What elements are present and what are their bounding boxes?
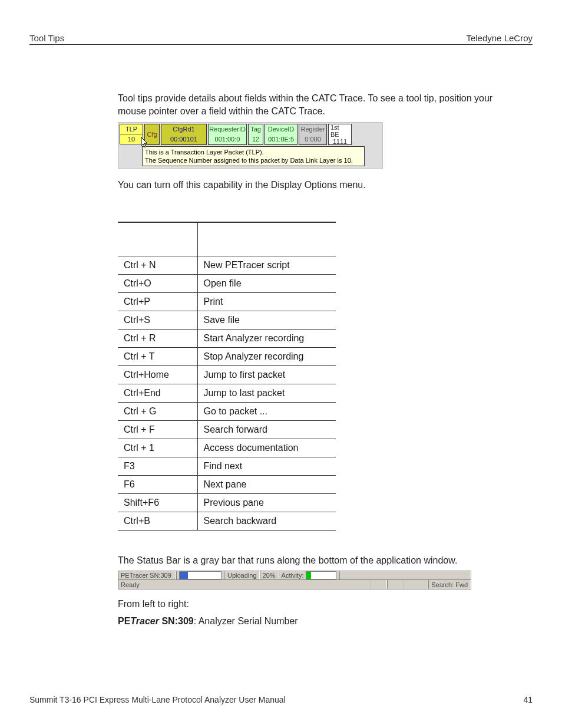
shortcut-desc: Jump to last packet bbox=[197, 384, 336, 402]
shortcut-key: F6 bbox=[118, 475, 197, 493]
shortcut-desc: Previous pane bbox=[197, 493, 336, 512]
shortcuts-table: Ctrl + NNew PETracer scriptCtrl+OOpen fi… bbox=[118, 222, 336, 531]
table-row: Ctrl+SSave file bbox=[118, 311, 336, 329]
shortcut-desc: Print bbox=[197, 292, 336, 311]
shortcut-key: Ctrl+Home bbox=[118, 365, 197, 384]
shortcut-key: Shift+F6 bbox=[118, 493, 197, 512]
shortcut-key: Ctrl+B bbox=[118, 512, 197, 530]
activity-indicator bbox=[306, 571, 336, 579]
shortcut-key: Ctrl+S bbox=[118, 311, 197, 329]
cfg-cell: Cfg bbox=[144, 124, 160, 145]
shortcut-key: Ctrl + T bbox=[118, 347, 197, 365]
shortcut-key: Ctrl + F bbox=[118, 420, 197, 439]
status-slot-3 bbox=[404, 580, 428, 589]
shortcut-key: Ctrl + R bbox=[118, 329, 197, 347]
status-percent: 20% bbox=[260, 571, 279, 579]
shortcut-key: Ctrl+O bbox=[118, 274, 197, 292]
shortcut-desc: Save file bbox=[197, 311, 336, 329]
status-spacer bbox=[339, 571, 471, 579]
requesterid-cell: RequesterID 001:00:0 bbox=[208, 124, 247, 145]
trace-tooltip-figure: TLP 10 Cfg CfgRd1 00:00101 RequesterID 0… bbox=[118, 122, 383, 170]
table-row: Ctrl + NNew PETracer script bbox=[118, 256, 336, 274]
intro-paragraph-2: You can turn off this capability in the … bbox=[118, 179, 518, 192]
table-row: Ctrl+OOpen file bbox=[118, 274, 336, 292]
shortcut-key: F3 bbox=[118, 457, 197, 475]
register-cell: Register 0:000 bbox=[299, 124, 327, 145]
table-row: Ctrl + 1Access documentation bbox=[118, 439, 336, 457]
firstbe-cell: 1st BE 1111 bbox=[328, 124, 352, 145]
shortcut-desc: Search backward bbox=[197, 512, 336, 530]
shortcut-key: Ctrl + N bbox=[118, 256, 197, 274]
table-row: F3Find next bbox=[118, 457, 336, 475]
header-right: Teledyne LeCroy bbox=[466, 33, 533, 43]
status-uploading: Uploading bbox=[224, 571, 260, 579]
tlp-label: TLP bbox=[120, 124, 143, 134]
shortcut-key: Ctrl+P bbox=[118, 292, 197, 311]
status-activity: Activity: bbox=[279, 571, 340, 579]
table-row: Ctrl + GGo to packet ... bbox=[118, 402, 336, 420]
shortcut-key: Ctrl + G bbox=[118, 402, 197, 420]
tlp-index: 10 bbox=[120, 134, 143, 144]
table-row: F6Next pane bbox=[118, 475, 336, 493]
tag-cell: Tag 12 bbox=[248, 124, 263, 145]
status-progressbar bbox=[176, 571, 224, 579]
from-left-to-right: From left to right: bbox=[118, 598, 518, 611]
status-slot-2 bbox=[387, 580, 404, 589]
shortcuts-header-key bbox=[118, 222, 197, 256]
shortcut-key: Ctrl + 1 bbox=[118, 439, 197, 457]
footer-left: Summit T3-16 PCI Express Multi-Lane Prot… bbox=[29, 695, 286, 704]
status-ready: Ready bbox=[118, 580, 371, 589]
status-slot-1 bbox=[371, 580, 387, 589]
cfgrd-cell: CfgRd1 00:00101 bbox=[161, 124, 207, 145]
status-search: Search: Fwd bbox=[428, 580, 471, 589]
status-analyzer: PETracer SN:309 bbox=[118, 571, 176, 579]
deviceid-cell: DeviceID 001:0E:5 bbox=[265, 124, 297, 145]
table-row: Ctrl + FSearch forward bbox=[118, 420, 336, 439]
shortcut-desc: Go to packet ... bbox=[197, 402, 336, 420]
table-row: Ctrl + TStop Analyzer recording bbox=[118, 347, 336, 365]
page-footer: Summit T3-16 PCI Express Multi-Lane Prot… bbox=[29, 695, 533, 704]
footer-right: 41 bbox=[523, 695, 533, 704]
shortcut-desc: Next pane bbox=[197, 475, 336, 493]
intro-paragraph-1: Tool tips provide details about fields w… bbox=[118, 92, 518, 118]
statusbar-intro: The Status Bar is a gray bar that runs a… bbox=[118, 554, 518, 567]
shortcut-desc: Open file bbox=[197, 274, 336, 292]
table-row: Ctrl+EndJump to last packet bbox=[118, 384, 336, 402]
shortcut-desc: Find next bbox=[197, 457, 336, 475]
shortcut-key: Ctrl+End bbox=[118, 384, 197, 402]
table-row: Shift+F6Previous pane bbox=[118, 493, 336, 512]
table-row: Ctrl+BSearch backward bbox=[118, 512, 336, 530]
shortcut-desc: Start Analyzer recording bbox=[197, 329, 336, 347]
page-header: Tool Tips Teledyne LeCroy bbox=[29, 33, 533, 45]
tooltip-box: This is a Transaction Layer Packet (TLP)… bbox=[142, 146, 365, 167]
shortcuts-header-desc bbox=[197, 222, 336, 256]
table-row: Ctrl+HomeJump to first packet bbox=[118, 365, 336, 384]
shortcut-desc: New PETracer script bbox=[197, 256, 336, 274]
shortcut-desc: Stop Analyzer recording bbox=[197, 347, 336, 365]
sn-line: PETracer SN:309: Analyzer Serial Number bbox=[118, 615, 518, 628]
shortcut-desc: Jump to first packet bbox=[197, 365, 336, 384]
header-left: Tool Tips bbox=[29, 33, 64, 43]
table-row: Ctrl+PPrint bbox=[118, 292, 336, 311]
shortcut-desc: Search forward bbox=[197, 420, 336, 439]
statusbar-figure: PETracer SN:309 Uploading 20% Activity: … bbox=[118, 571, 471, 589]
shortcut-desc: Access documentation bbox=[197, 439, 336, 457]
table-row: Ctrl + RStart Analyzer recording bbox=[118, 329, 336, 347]
